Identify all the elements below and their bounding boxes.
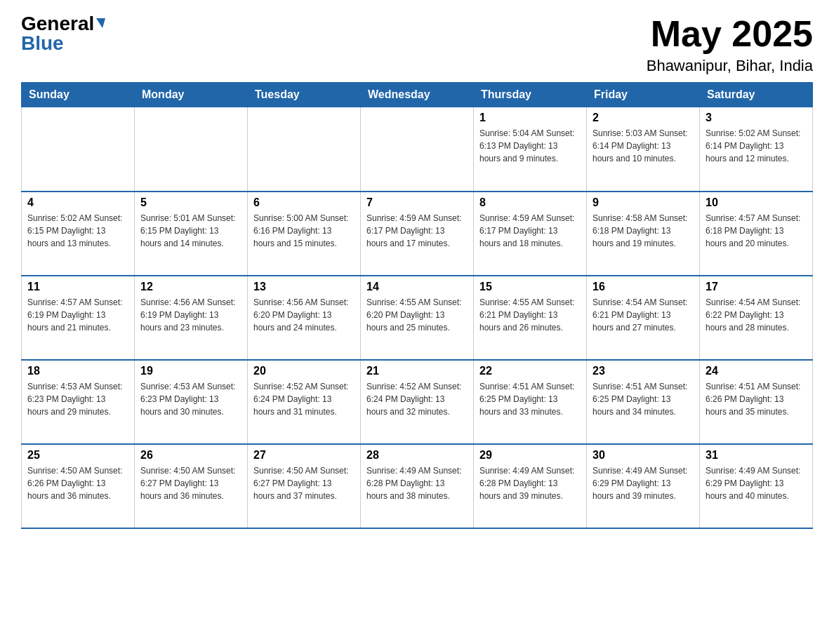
month-title: May 2025 [647,14,813,54]
day-number: 3 [706,112,807,124]
day-of-week-header: Thursday [474,83,587,107]
calendar-cell: 9Sunrise: 4:58 AM Sunset: 6:18 PM Daylig… [587,192,700,276]
calendar-cell: 8Sunrise: 4:59 AM Sunset: 6:17 PM Daylig… [474,192,587,276]
day-number: 29 [479,449,581,462]
day-number: 22 [479,365,581,377]
day-number: 6 [253,196,355,209]
day-number: 23 [593,365,694,377]
day-number: 30 [593,449,694,462]
day-info: Sunrise: 4:57 AM Sunset: 6:19 PM Dayligh… [27,296,128,334]
calendar-week-row: 25Sunrise: 4:50 AM Sunset: 6:26 PM Dayli… [22,444,813,528]
day-info: Sunrise: 4:59 AM Sunset: 6:17 PM Dayligh… [366,212,468,250]
day-info: Sunrise: 4:56 AM Sunset: 6:19 PM Dayligh… [140,296,241,334]
calendar-cell: 22Sunrise: 4:51 AM Sunset: 6:25 PM Dayli… [474,360,587,444]
calendar-cell [22,107,135,192]
day-number: 10 [706,196,807,209]
header-row: SundayMondayTuesdayWednesdayThursdayFrid… [22,83,813,107]
calendar-cell: 11Sunrise: 4:57 AM Sunset: 6:19 PM Dayli… [22,276,135,360]
calendar-cell: 15Sunrise: 4:55 AM Sunset: 6:21 PM Dayli… [474,276,587,360]
calendar-cell [361,107,474,192]
day-info: Sunrise: 5:02 AM Sunset: 6:14 PM Dayligh… [706,127,807,165]
day-info: Sunrise: 4:49 AM Sunset: 6:29 PM Dayligh… [706,464,807,502]
day-info: Sunrise: 4:50 AM Sunset: 6:26 PM Dayligh… [27,464,128,502]
day-info: Sunrise: 4:56 AM Sunset: 6:20 PM Dayligh… [253,296,355,334]
day-of-week-header: Wednesday [361,83,474,107]
day-number: 15 [479,281,581,293]
calendar-cell: 2Sunrise: 5:03 AM Sunset: 6:14 PM Daylig… [587,107,700,192]
day-number: 13 [253,281,355,293]
day-number: 2 [593,112,694,124]
day-number: 27 [253,449,355,462]
day-of-week-header: Monday [135,83,248,107]
day-info: Sunrise: 5:01 AM Sunset: 6:15 PM Dayligh… [140,212,241,250]
day-of-week-header: Friday [587,83,700,107]
logo-general-text: General [21,14,94,34]
day-info: Sunrise: 4:57 AM Sunset: 6:18 PM Dayligh… [706,212,807,250]
day-number: 8 [479,196,581,209]
calendar-cell: 25Sunrise: 4:50 AM Sunset: 6:26 PM Dayli… [22,444,135,528]
day-number: 18 [27,365,128,377]
calendar-cell [248,107,361,192]
calendar-cell: 27Sunrise: 4:50 AM Sunset: 6:27 PM Dayli… [248,444,361,528]
location-title: Bhawanipur, Bihar, India [647,57,813,75]
calendar-week-row: 18Sunrise: 4:53 AM Sunset: 6:23 PM Dayli… [22,360,813,444]
day-info: Sunrise: 4:53 AM Sunset: 6:23 PM Dayligh… [140,380,241,418]
logo: General Blue [21,14,105,53]
calendar-header: SundayMondayTuesdayWednesdayThursdayFrid… [22,83,813,107]
calendar-cell: 13Sunrise: 4:56 AM Sunset: 6:20 PM Dayli… [248,276,361,360]
title-section: May 2025 Bhawanipur, Bihar, India [647,14,813,75]
calendar-cell: 17Sunrise: 4:54 AM Sunset: 6:22 PM Dayli… [700,276,813,360]
day-info: Sunrise: 4:51 AM Sunset: 6:26 PM Dayligh… [706,380,807,418]
calendar-cell: 7Sunrise: 4:59 AM Sunset: 6:17 PM Daylig… [361,192,474,276]
day-number: 4 [27,196,128,209]
calendar-week-row: 1Sunrise: 5:04 AM Sunset: 6:13 PM Daylig… [22,107,813,192]
day-info: Sunrise: 4:50 AM Sunset: 6:27 PM Dayligh… [253,464,355,502]
calendar-cell: 30Sunrise: 4:49 AM Sunset: 6:29 PM Dayli… [587,444,700,528]
calendar-body: 1Sunrise: 5:04 AM Sunset: 6:13 PM Daylig… [22,107,813,528]
day-info: Sunrise: 4:49 AM Sunset: 6:28 PM Dayligh… [479,464,581,502]
calendar-cell: 31Sunrise: 4:49 AM Sunset: 6:29 PM Dayli… [700,444,813,528]
day-info: Sunrise: 4:52 AM Sunset: 6:24 PM Dayligh… [253,380,355,418]
day-number: 31 [706,449,807,462]
calendar-cell: 29Sunrise: 4:49 AM Sunset: 6:28 PM Dayli… [474,444,587,528]
day-info: Sunrise: 4:51 AM Sunset: 6:25 PM Dayligh… [593,380,694,418]
calendar-cell: 21Sunrise: 4:52 AM Sunset: 6:24 PM Dayli… [361,360,474,444]
logo-arrow-icon [96,18,105,28]
calendar-cell: 16Sunrise: 4:54 AM Sunset: 6:21 PM Dayli… [587,276,700,360]
day-number: 20 [253,365,355,377]
page-header: General Blue May 2025 Bhawanipur, Bihar,… [21,14,813,75]
day-number: 26 [140,449,241,462]
day-info: Sunrise: 4:50 AM Sunset: 6:27 PM Dayligh… [140,464,241,502]
day-info: Sunrise: 5:02 AM Sunset: 6:15 PM Dayligh… [27,212,128,250]
day-number: 1 [479,112,581,124]
day-number: 14 [366,281,468,293]
calendar-cell: 28Sunrise: 4:49 AM Sunset: 6:28 PM Dayli… [361,444,474,528]
calendar-cell: 4Sunrise: 5:02 AM Sunset: 6:15 PM Daylig… [22,192,135,276]
calendar-cell: 24Sunrise: 4:51 AM Sunset: 6:26 PM Dayli… [700,360,813,444]
day-number: 11 [27,281,128,293]
calendar-cell: 5Sunrise: 5:01 AM Sunset: 6:15 PM Daylig… [135,192,248,276]
day-info: Sunrise: 4:59 AM Sunset: 6:17 PM Dayligh… [479,212,581,250]
day-of-week-header: Saturday [700,83,813,107]
day-info: Sunrise: 4:53 AM Sunset: 6:23 PM Dayligh… [27,380,128,418]
day-of-week-header: Tuesday [248,83,361,107]
calendar-week-row: 11Sunrise: 4:57 AM Sunset: 6:19 PM Dayli… [22,276,813,360]
calendar-cell: 20Sunrise: 4:52 AM Sunset: 6:24 PM Dayli… [248,360,361,444]
day-info: Sunrise: 5:00 AM Sunset: 6:16 PM Dayligh… [253,212,355,250]
day-info: Sunrise: 4:51 AM Sunset: 6:25 PM Dayligh… [479,380,581,418]
day-info: Sunrise: 4:54 AM Sunset: 6:22 PM Dayligh… [706,296,807,334]
day-info: Sunrise: 4:49 AM Sunset: 6:28 PM Dayligh… [366,464,468,502]
day-number: 17 [706,281,807,293]
day-number: 19 [140,365,241,377]
day-info: Sunrise: 5:04 AM Sunset: 6:13 PM Dayligh… [479,127,581,165]
logo-blue-text: Blue [21,34,64,53]
calendar-cell: 14Sunrise: 4:55 AM Sunset: 6:20 PM Dayli… [361,276,474,360]
calendar-cell: 19Sunrise: 4:53 AM Sunset: 6:23 PM Dayli… [135,360,248,444]
calendar-cell: 23Sunrise: 4:51 AM Sunset: 6:25 PM Dayli… [587,360,700,444]
day-info: Sunrise: 4:54 AM Sunset: 6:21 PM Dayligh… [593,296,694,334]
calendar-cell: 6Sunrise: 5:00 AM Sunset: 6:16 PM Daylig… [248,192,361,276]
day-info: Sunrise: 5:03 AM Sunset: 6:14 PM Dayligh… [593,127,694,165]
calendar-cell: 10Sunrise: 4:57 AM Sunset: 6:18 PM Dayli… [700,192,813,276]
day-info: Sunrise: 4:49 AM Sunset: 6:29 PM Dayligh… [593,464,694,502]
day-info: Sunrise: 4:52 AM Sunset: 6:24 PM Dayligh… [366,380,468,418]
